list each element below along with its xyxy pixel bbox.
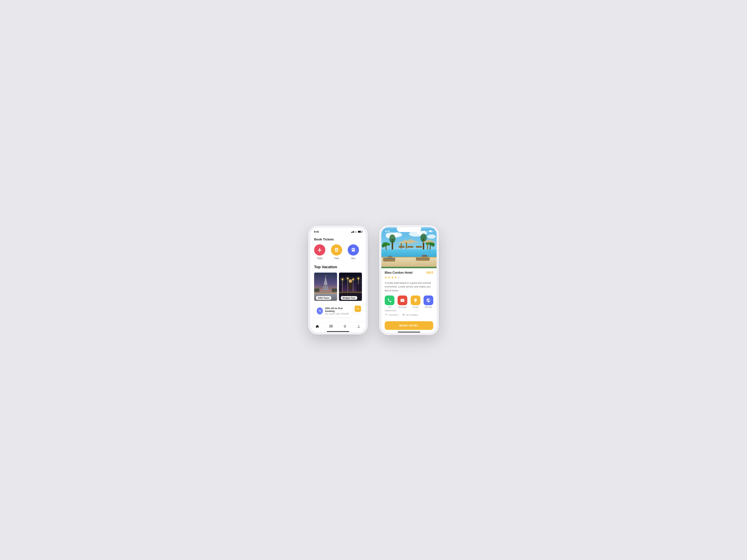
coupon-badge[interactable]: % bbox=[354, 304, 362, 313]
svg-rect-29 bbox=[339, 285, 341, 292]
home-indicator-1 bbox=[327, 331, 349, 332]
svg-point-39 bbox=[427, 235, 436, 239]
coupon-badge-icon: % bbox=[355, 305, 361, 312]
amenities-row: Free Wi-Fi Air Condition bbox=[385, 313, 433, 317]
stars-row: ★ ★ ★ ★ ★ bbox=[385, 276, 433, 279]
website-button[interactable] bbox=[423, 295, 433, 305]
wifi-icon-1: ▲ bbox=[355, 231, 357, 233]
svg-rect-11 bbox=[314, 288, 319, 292]
website-icon bbox=[426, 298, 431, 302]
train-icon-circle bbox=[331, 244, 342, 256]
svg-rect-57 bbox=[427, 243, 428, 249]
locate-action[interactable]: Locate bbox=[411, 295, 420, 308]
bus-category[interactable]: Bus bbox=[348, 244, 359, 260]
notch-1 bbox=[326, 228, 350, 233]
status-bar-2: 9:41 ▲ bbox=[381, 227, 437, 234]
flight-category[interactable]: Flight bbox=[314, 244, 325, 260]
svg-point-23 bbox=[340, 277, 345, 282]
svg-rect-59 bbox=[407, 246, 413, 248]
book-hotel-button[interactable]: BOOK HOTEL bbox=[385, 321, 433, 330]
battery-icon-2 bbox=[429, 230, 433, 232]
nav-home[interactable] bbox=[315, 324, 319, 328]
coupon-percent-icon: % bbox=[317, 308, 323, 315]
battery-icon-1 bbox=[358, 231, 362, 233]
status-time-1: 9:41 bbox=[314, 230, 319, 233]
wifi-amenity-icon bbox=[385, 313, 388, 317]
hotel-hero-image: 9:41 ▲ bbox=[381, 227, 437, 268]
svg-rect-55 bbox=[406, 243, 407, 249]
signal-icon-2 bbox=[422, 230, 425, 232]
bus-label: Bus bbox=[352, 257, 355, 260]
vacation-cards: Eiffel Tower bbox=[314, 272, 362, 302]
website-action[interactable]: Website bbox=[423, 295, 433, 308]
message-action[interactable]: Message bbox=[397, 295, 407, 308]
chat-icon bbox=[329, 324, 333, 328]
svg-rect-6 bbox=[324, 283, 327, 284]
svg-point-26 bbox=[356, 276, 361, 281]
svg-rect-27 bbox=[349, 282, 352, 289]
bottom-nav bbox=[310, 322, 366, 330]
call-action[interactable]: Call bbox=[385, 295, 394, 308]
message-label: Message bbox=[398, 306, 407, 308]
locate-label: Locate bbox=[412, 306, 418, 308]
flight-icon-circle bbox=[314, 244, 325, 256]
coupon-row: % 25% off on first booking Use coupon co… bbox=[314, 304, 362, 317]
svg-point-9 bbox=[325, 275, 326, 276]
svg-rect-12 bbox=[332, 288, 337, 292]
train-category[interactable]: Train bbox=[331, 244, 342, 260]
call-button[interactable] bbox=[385, 295, 394, 305]
locate-icon bbox=[413, 298, 418, 302]
svg-rect-60 bbox=[416, 246, 422, 248]
nav-profile[interactable] bbox=[357, 324, 361, 328]
location-icon bbox=[343, 324, 347, 328]
train-icon bbox=[334, 247, 339, 252]
flight-label: Flight bbox=[317, 257, 322, 260]
home-icon bbox=[315, 324, 319, 328]
bus-icon-circle bbox=[348, 244, 359, 256]
nav-location[interactable] bbox=[343, 324, 347, 328]
nav-chat[interactable] bbox=[329, 324, 333, 328]
svg-rect-72 bbox=[381, 257, 437, 258]
bridges-card[interactable]: Bridges Tour bbox=[339, 272, 362, 302]
flight-icon bbox=[317, 247, 322, 252]
signal-icon-1 bbox=[351, 231, 354, 233]
phone-2-screen: 9:41 ▲ bbox=[381, 227, 437, 332]
hotel-price: $453 bbox=[426, 271, 433, 274]
wifi-icon-2: ▲ bbox=[426, 230, 428, 232]
star-1: ★ bbox=[385, 276, 387, 279]
hotel-description: A lovely hotel based in a good and scere… bbox=[385, 281, 433, 292]
eiffel-card[interactable]: Eiffel Tower bbox=[314, 272, 337, 302]
message-button[interactable] bbox=[397, 295, 407, 305]
hotel-name-row: Bleu Cordon Hotel $453 bbox=[385, 271, 433, 274]
profile-icon bbox=[357, 324, 361, 328]
ac-label: Air Condition bbox=[406, 314, 418, 316]
hotel-info: Bleu Cordon Hotel $453 ★ ★ ★ ★ ★ A lovel… bbox=[381, 268, 437, 319]
phone1-content: Book Tickets Flight bbox=[310, 235, 366, 322]
star-4: ★ bbox=[394, 276, 397, 279]
book-tickets-title: Book Tickets bbox=[314, 238, 362, 241]
phone-1: 9:41 ▲ Book Tickets bbox=[308, 225, 368, 335]
wifi-label: Free Wi-Fi bbox=[389, 314, 398, 316]
svg-rect-8 bbox=[324, 289, 328, 290]
ac-amenity-icon bbox=[402, 313, 405, 317]
message-icon bbox=[400, 298, 405, 302]
wifi-amenity: Free Wi-Fi bbox=[385, 313, 398, 317]
website-label: Website bbox=[425, 306, 432, 308]
ac-amenity: Air Condition bbox=[402, 313, 418, 317]
status-icons-1: ▲ bbox=[351, 231, 362, 233]
svg-point-28 bbox=[349, 279, 352, 283]
coupon-title: 25% off on first booking bbox=[325, 307, 349, 313]
star-2: ★ bbox=[388, 276, 390, 279]
amenities-title: AMENITIES bbox=[385, 310, 433, 312]
coupon-card[interactable]: % 25% off on first booking Use coupon co… bbox=[314, 304, 352, 317]
status-icons-2: ▲ bbox=[422, 230, 433, 232]
star-3: ★ bbox=[391, 276, 394, 279]
status-time-2: 9:41 bbox=[385, 230, 390, 233]
home-indicator-2 bbox=[398, 332, 420, 332]
bridges-label: Bridges Tour bbox=[341, 296, 357, 300]
phone-2: 9:41 ▲ bbox=[379, 225, 439, 335]
top-vacation-title: Top Vacation bbox=[314, 265, 362, 269]
eiffel-label: Eiffel Tower bbox=[316, 296, 331, 300]
svg-rect-7 bbox=[323, 287, 328, 287]
locate-button[interactable] bbox=[411, 295, 420, 305]
